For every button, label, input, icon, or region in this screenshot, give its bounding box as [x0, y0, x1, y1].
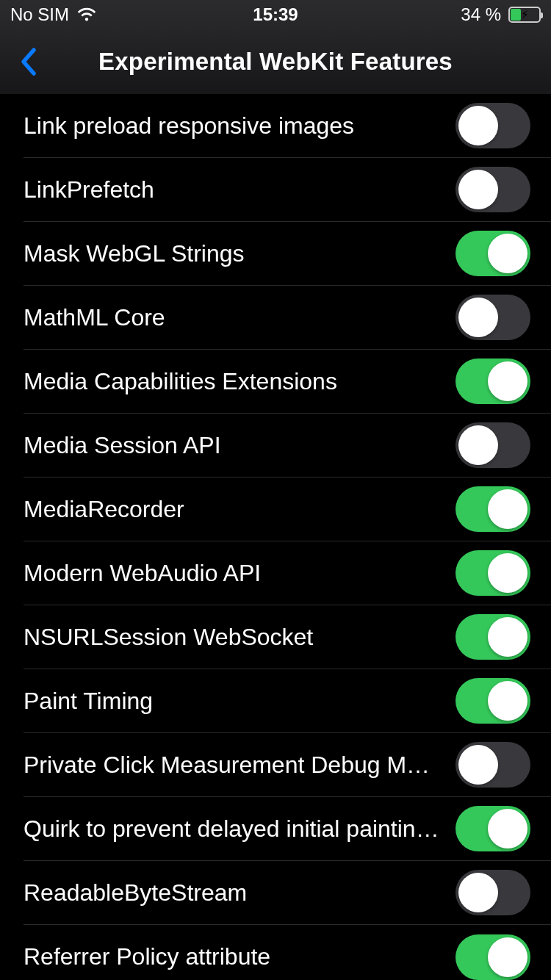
settings-row-label: Mask WebGL Strings: [24, 240, 455, 267]
toggle-knob: [458, 745, 498, 785]
toggle-knob: [488, 234, 527, 273]
toggle-switch[interactable]: [455, 231, 530, 276]
settings-row-label: Paint Timing: [24, 688, 455, 715]
toggle-switch[interactable]: [455, 167, 530, 212]
settings-row-label: Link preload responsive images: [24, 112, 455, 140]
settings-row-label: Media Session API: [24, 432, 455, 459]
settings-row: Private Click Measurement Debug Mode: [24, 733, 551, 797]
back-button[interactable]: [13, 47, 43, 76]
toggle-switch[interactable]: [455, 870, 530, 915]
battery-icon: ⚡︎: [505, 7, 541, 23]
toggle-switch[interactable]: [455, 934, 530, 980]
settings-row-label: MediaRecorder: [24, 496, 455, 523]
wifi-icon: [76, 7, 97, 23]
toggle-knob: [488, 489, 527, 529]
settings-row-label: Media Capabilities Extensions: [24, 368, 455, 395]
settings-row-label: Private Click Measurement Debug Mode: [24, 752, 455, 779]
settings-row: Mask WebGL Strings: [24, 222, 551, 286]
toggle-knob: [488, 937, 527, 977]
toggle-knob: [458, 170, 498, 209]
toggle-knob: [488, 681, 527, 721]
settings-row-label: MathML Core: [24, 304, 455, 331]
page-title: Experimental WebKit Features: [0, 48, 551, 76]
toggle-switch[interactable]: [455, 614, 530, 660]
settings-row-label: Quirk to prevent delayed initial paintin…: [24, 815, 455, 843]
settings-list: Link preload responsive imagesLinkPrefet…: [0, 94, 551, 980]
settings-row-label: LinkPrefetch: [24, 176, 455, 203]
settings-row: LinkPrefetch: [24, 158, 551, 222]
toggle-knob: [458, 425, 498, 465]
settings-row: Link preload responsive images: [24, 94, 551, 158]
settings-row: Media Session API: [24, 414, 551, 478]
toggle-knob: [458, 298, 498, 337]
battery-percent: 34 %: [461, 4, 501, 25]
toggle-knob: [458, 106, 498, 145]
settings-row: Paint Timing: [24, 669, 551, 733]
settings-row: NSURLSession WebSocket: [24, 605, 551, 669]
settings-row: MediaRecorder: [24, 478, 551, 541]
settings-row: MathML Core: [24, 286, 551, 350]
toggle-switch[interactable]: [455, 422, 530, 468]
settings-row: Referrer Policy attribute: [24, 925, 551, 980]
toggle-knob: [488, 361, 527, 401]
settings-row: Media Capabilities Extensions: [24, 350, 551, 414]
status-bar: No SIM 15:39 34 % ⚡︎: [0, 0, 551, 29]
toggle-switch[interactable]: [455, 295, 530, 340]
toggle-switch[interactable]: [455, 550, 530, 596]
settings-row: Modern WebAudio API: [24, 541, 551, 605]
status-time: 15:39: [253, 4, 298, 25]
toggle-switch[interactable]: [455, 359, 530, 404]
toggle-knob: [488, 553, 527, 593]
settings-row-label: NSURLSession WebSocket: [24, 624, 455, 651]
nav-header: Experimental WebKit Features: [0, 29, 551, 94]
toggle-switch[interactable]: [455, 742, 530, 788]
toggle-switch[interactable]: [455, 486, 530, 532]
settings-row-label: Modern WebAudio API: [24, 560, 455, 587]
toggle-knob: [488, 617, 527, 657]
toggle-switch[interactable]: [455, 678, 530, 724]
toggle-switch[interactable]: [455, 806, 530, 851]
settings-row: Quirk to prevent delayed initial paintin…: [24, 797, 551, 861]
carrier-text: No SIM: [10, 4, 69, 25]
settings-row-label: Referrer Policy attribute: [24, 943, 455, 970]
toggle-knob: [458, 873, 498, 912]
settings-row-label: ReadableByteStream: [24, 879, 455, 907]
toggle-switch[interactable]: [455, 103, 530, 148]
toggle-knob: [488, 809, 527, 849]
settings-row: ReadableByteStream: [24, 861, 551, 925]
